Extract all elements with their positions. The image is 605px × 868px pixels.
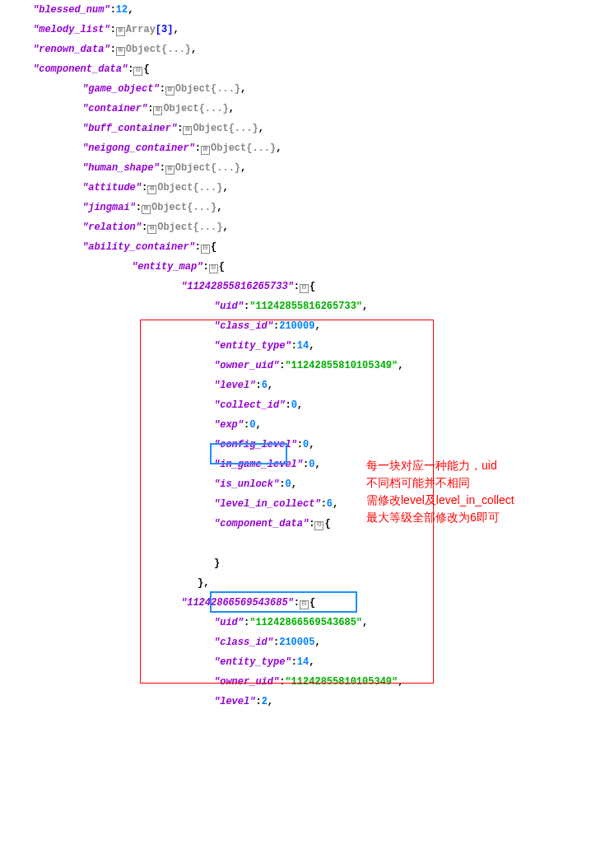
- dots: {...}: [211, 162, 240, 174]
- dots: {...}: [161, 44, 191, 55]
- comma: ,: [229, 103, 235, 114]
- key: "component_data": [214, 518, 309, 530]
- dots: {...}: [211, 83, 240, 95]
- row-uid[interactable]: "uid":"11242866569543685",: [33, 613, 605, 632]
- collapse-icon[interactable]: ⊟: [300, 284, 309, 293]
- comma: ,: [314, 320, 320, 332]
- expand-icon[interactable]: ⊞: [147, 185, 156, 194]
- expand-icon[interactable]: ⊞: [165, 86, 175, 96]
- row-human-shape[interactable]: "human_shape":⊞Object{...},: [33, 158, 605, 178]
- row-in-game-level[interactable]: "in_game_level":0,: [33, 455, 605, 474]
- row-entity-type[interactable]: "entity_type":14,: [33, 336, 605, 356]
- row-ability-container[interactable]: "ability_container":⊟{: [33, 237, 605, 257]
- dots: {...}: [229, 123, 258, 134]
- key: "config_level": [214, 439, 297, 450]
- key: "ability_container": [82, 241, 195, 253]
- row-component-data[interactable]: "component_data":⊟{: [33, 59, 605, 79]
- type-label: Object: [175, 162, 211, 174]
- key: "level": [214, 696, 255, 707]
- row-uid[interactable]: "uid":"11242855816265733",: [33, 296, 605, 316]
- row-jingmai[interactable]: "jingmai":⊞Object{...},: [33, 198, 605, 217]
- row-owner-uid[interactable]: "owner_uid":"11242855810105349",: [33, 672, 605, 692]
- expand-icon[interactable]: ⊞: [201, 146, 210, 155]
- row-melody-list[interactable]: "melody_list":⊞Array[3],: [33, 20, 605, 40]
- key: "is_unlock": [214, 478, 279, 490]
- row-level-in-collect[interactable]: "level_in_collect":6,: [33, 494, 605, 514]
- collapse-icon[interactable]: ⊟: [209, 264, 218, 273]
- row-game-object[interactable]: "game_object":⊞Object{...},: [33, 79, 605, 99]
- row-entity-map[interactable]: "entity_map":⊟{: [33, 257, 605, 277]
- row-entity-type[interactable]: "entity_type":14,: [33, 652, 605, 672]
- comma: ,: [191, 44, 197, 55]
- row-entity-1-id[interactable]: "11242855816265733":⊟{: [33, 277, 605, 296]
- comma: ,: [240, 83, 246, 95]
- comma: ,: [173, 24, 179, 35]
- type-label: Array: [126, 24, 156, 35]
- row-collect-id[interactable]: "collect_id":0,: [33, 395, 605, 415]
- dots: {...}: [193, 182, 222, 194]
- comma: ,: [258, 123, 264, 134]
- annotation-text: 每一块对应一种能力，uid 不同档可能并不相同 需修改level及level_i…: [366, 457, 514, 526]
- value-string: "11242855810105349": [285, 676, 398, 688]
- row-exp[interactable]: "exp":0,: [33, 415, 605, 435]
- row-neigong-container[interactable]: "neigong_container":⊞Object{...},: [33, 138, 605, 158]
- dots: {...}: [199, 103, 229, 114]
- comma: ,: [398, 676, 403, 688]
- colon: :: [294, 597, 300, 609]
- comma: ,: [309, 656, 314, 668]
- row-blessed-num[interactable]: "blessed_num":12,: [33, 0, 605, 20]
- annotation-line: 不同档可能并不相同: [366, 474, 514, 492]
- colon: :: [136, 202, 142, 213]
- value-string: "11242866569543685": [249, 617, 362, 628]
- key: "in_game_level": [214, 459, 303, 470]
- expand-icon[interactable]: ⊞: [116, 47, 125, 56]
- dots: {...}: [193, 222, 222, 233]
- row-buff-container[interactable]: "buff_container":⊞Object{...},: [33, 119, 605, 138]
- expand-icon[interactable]: ⊞: [142, 205, 151, 214]
- expand-icon[interactable]: ⊞: [153, 106, 162, 115]
- key: "relation": [82, 222, 142, 233]
- row-entity-component-data[interactable]: "component_data":⊟{: [33, 514, 605, 534]
- row-class-id[interactable]: "class_id":210009,: [33, 316, 605, 336]
- key: "collect_id": [214, 399, 285, 411]
- expand-icon[interactable]: ⊞: [183, 126, 192, 135]
- row-renown-data[interactable]: "renown_data":⊞Object{...},: [33, 40, 605, 59]
- row-owner-uid[interactable]: "owner_uid":"11242855810105349",: [33, 356, 605, 376]
- row-is-unlock[interactable]: "is_unlock":0,: [33, 474, 605, 494]
- row-container[interactable]: "container":⊞Object{...},: [33, 99, 605, 119]
- row-relation[interactable]: "relation":⊞Object{...},: [33, 217, 605, 237]
- key: "entity_type": [214, 656, 291, 668]
- brace-open: {: [309, 597, 315, 609]
- row-blank: [33, 534, 605, 553]
- expand-icon[interactable]: ⊞: [147, 225, 156, 234]
- collapse-icon[interactable]: ⊟: [300, 600, 309, 609]
- type-label: Object: [157, 222, 193, 233]
- row-config-level[interactable]: "config_level":0,: [33, 435, 605, 455]
- value-number: 210009: [279, 320, 314, 332]
- annotation-line: 每一块对应一种能力，uid: [366, 457, 514, 474]
- type-label: Object: [157, 182, 193, 194]
- value-number: 210005: [279, 637, 314, 648]
- row-class-id[interactable]: "class_id":210005,: [33, 632, 605, 652]
- row-level[interactable]: "level":2,: [33, 692, 605, 712]
- row-level[interactable]: "level":6,: [33, 376, 605, 395]
- row-entity-2-id[interactable]: "11242866569543685":⊟{: [33, 593, 605, 613]
- colon: :: [285, 399, 291, 411]
- collapse-icon[interactable]: ⊟: [201, 245, 210, 254]
- row-attitude[interactable]: "attitude":⊞Object{...},: [33, 178, 605, 198]
- expand-icon[interactable]: ⊞: [165, 166, 175, 175]
- expand-icon[interactable]: ⊞: [116, 27, 125, 36]
- colon: :: [142, 182, 147, 194]
- colon: :: [202, 261, 208, 273]
- type-label: Object: [175, 83, 211, 95]
- comma: ,: [314, 637, 320, 648]
- collapse-icon[interactable]: ⊟: [314, 521, 323, 530]
- collapse-icon[interactable]: ⊟: [133, 67, 142, 76]
- key: "11242855816265733": [181, 281, 294, 292]
- type-label: Object: [126, 44, 161, 55]
- key: "uid": [214, 301, 244, 312]
- colon: :: [309, 518, 314, 530]
- colon: :: [160, 162, 165, 174]
- row-brace-close: },: [33, 573, 605, 593]
- key: "human_shape": [82, 162, 160, 174]
